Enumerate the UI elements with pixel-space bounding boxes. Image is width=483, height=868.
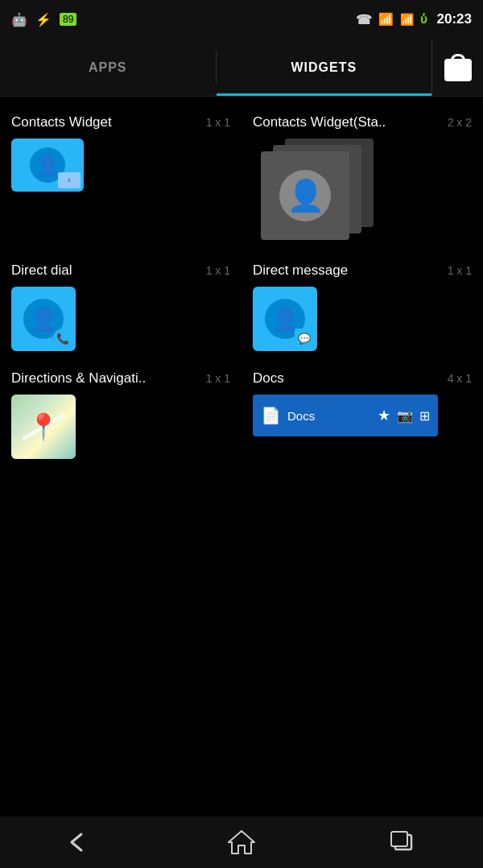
chat-icon: 💬 [298, 333, 311, 345]
docs-star-icon: ★ [378, 407, 390, 424]
status-bar-right: ☎ 📶 📶 ὐ‍ 20:23 [356, 11, 472, 27]
bluetooth-icon: ☎ [356, 12, 372, 27]
widget-label-row-contacts-stack: Contacts Widget(Sta.. 2 x 2 [253, 114, 472, 130]
map-background: 📍 [11, 395, 76, 459]
person-icon: 👤 [35, 153, 60, 178]
phone-badge: 📞 [53, 329, 72, 348]
widget-preview-contacts-stack: 👤 [253, 138, 472, 243]
directions-icon: 📍 [11, 395, 76, 459]
widget-cell-docs[interactable]: Docs 4 x 1 📄 Docs ★ 📷 ⊞ [242, 361, 483, 469]
tab-widgets-label: WIDGETS [291, 60, 357, 75]
direct-message-icon: 👤 💬 [253, 287, 317, 351]
map-pin-icon: 📍 [27, 411, 60, 442]
widget-size-docs: 4 x 1 [448, 372, 472, 385]
direct-dial-icon: 👤 📞 [11, 287, 76, 351]
docs-camera-icon: 📷 [397, 408, 413, 424]
stack-card-front: 👤 [261, 151, 349, 240]
contacts-stack-icon: 👤 [253, 138, 374, 243]
widget-cell-direct-dial[interactable]: Direct dial 1 x 1 👤 📞 [0, 253, 242, 361]
widget-name-directions: Directions & Navigati.. [11, 370, 146, 386]
recent-apps-icon [389, 830, 416, 854]
widget-cell-contacts-stack[interactable]: Contacts Widget(Sta.. 2 x 2 👤 [242, 105, 483, 253]
widget-preview-docs: 📄 Docs ★ 📷 ⊞ [253, 395, 472, 436]
widget-name-direct-dial: Direct dial [11, 262, 72, 279]
bag-body [444, 59, 472, 81]
widget-preview-directions: 📍 [11, 395, 230, 459]
widget-name-direct-message: Direct message [253, 262, 348, 279]
docs-widget-label: Docs [287, 409, 371, 423]
back-button[interactable] [56, 823, 105, 862]
bag-icon [444, 54, 472, 81]
widget-preview-direct-dial: 👤 📞 [11, 287, 230, 351]
widget-size-direct-message: 1 x 1 [448, 264, 472, 277]
contacts-badge: ≡ [58, 172, 80, 188]
widget-preview-direct-message: 👤 💬 [253, 287, 472, 351]
home-icon [227, 828, 256, 857]
widget-grid: Contacts Widget 1 x 1 👤 ≡ Contacts Widge… [0, 105, 483, 469]
widget-cell-contacts[interactable]: Contacts Widget 1 x 1 👤 ≡ [0, 105, 242, 253]
recent-apps-button[interactable] [378, 823, 427, 862]
contacts-widget-icon: 👤 ≡ [11, 138, 84, 192]
docs-file-icon: 📄 [261, 406, 281, 425]
status-bar: 🤖 ⚡ 89 ☎ 📶 📶 ὐ‍ 20:23 [0, 0, 483, 39]
bottom-nav [0, 816, 483, 868]
widget-size-direct-dial: 1 x 1 [206, 264, 230, 277]
docs-grid-icon: ⊞ [419, 408, 430, 424]
widget-label-row-contacts: Contacts Widget 1 x 1 [11, 114, 230, 130]
widget-label-row-docs: Docs 4 x 1 [253, 370, 472, 386]
tab-widgets[interactable]: WIDGETS [217, 39, 432, 96]
tab-apps[interactable]: APPS [0, 39, 216, 96]
widget-preview-contacts: 👤 ≡ [11, 138, 230, 192]
widget-content: Contacts Widget 1 x 1 👤 ≡ Contacts Widge… [0, 97, 483, 816]
battery-level-icon: 89 [60, 13, 76, 26]
usb-icon: ⚡ [35, 12, 52, 27]
svg-marker-0 [229, 831, 254, 854]
tab-bar: APPS WIDGETS [0, 39, 483, 97]
back-arrow-icon [67, 831, 94, 854]
battery-icon: ὐ‍ [420, 12, 427, 27]
message-badge: 💬 [295, 329, 314, 348]
wifi-icon: 📶 [378, 12, 394, 27]
home-button[interactable] [217, 823, 266, 862]
widget-size-contacts: 1 x 1 [206, 116, 230, 129]
widget-name-contacts: Contacts Widget [11, 114, 112, 130]
svg-rect-2 [391, 832, 407, 846]
widget-cell-directions[interactable]: Directions & Navigati.. 1 x 1 📍 [0, 361, 242, 469]
widget-label-row-direct-dial: Direct dial 1 x 1 [11, 262, 230, 279]
tab-apps-label: APPS [89, 60, 127, 75]
android-icon: 🤖 [11, 12, 27, 27]
status-bar-left: 🤖 ⚡ 89 [11, 12, 76, 27]
phone-icon: 📞 [56, 333, 69, 345]
stack-person-icon: 👤 [279, 170, 331, 221]
widget-label-row-directions: Directions & Navigati.. 1 x 1 [11, 370, 230, 386]
signal-icon: 📶 [400, 13, 414, 26]
widget-label-row-direct-message: Direct message 1 x 1 [253, 262, 472, 279]
widget-cell-direct-message[interactable]: Direct message 1 x 1 👤 💬 [242, 253, 483, 361]
store-button[interactable] [431, 39, 483, 96]
status-time: 20:23 [437, 11, 472, 27]
person-msg-icon: 👤 [271, 306, 299, 333]
widget-size-directions: 1 x 1 [206, 372, 230, 385]
person-phone-icon: 👤 [30, 306, 58, 333]
widget-size-contacts-stack: 2 x 2 [448, 116, 472, 129]
docs-widget-icon: 📄 Docs ★ 📷 ⊞ [253, 395, 438, 436]
widget-name-docs: Docs [253, 370, 284, 386]
widget-name-contacts-stack: Contacts Widget(Sta.. [253, 114, 386, 130]
